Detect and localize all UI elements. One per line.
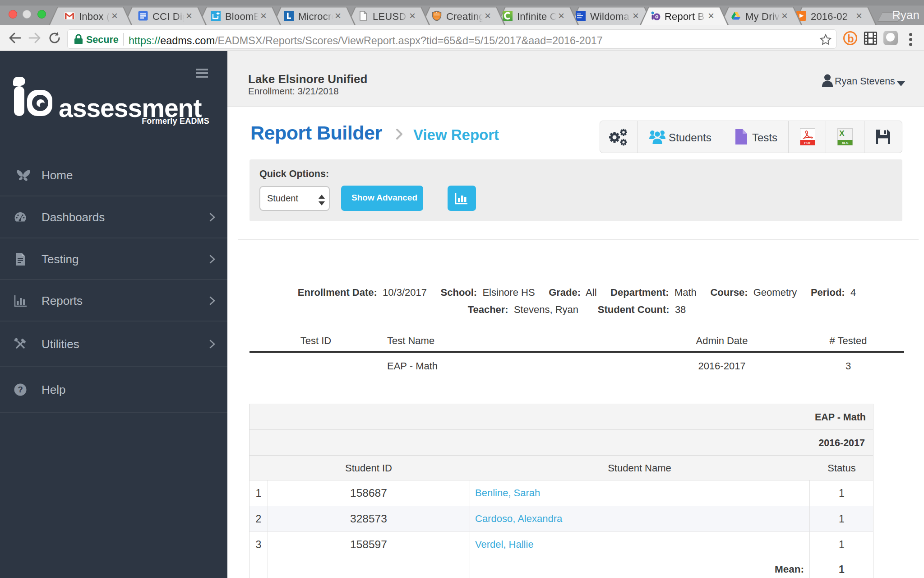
svg-text:PDF: PDF [804,141,811,145]
svg-text:XLS: XLS [842,141,849,145]
svg-text:?: ? [18,385,23,394]
svg-text:X: X [839,129,845,138]
